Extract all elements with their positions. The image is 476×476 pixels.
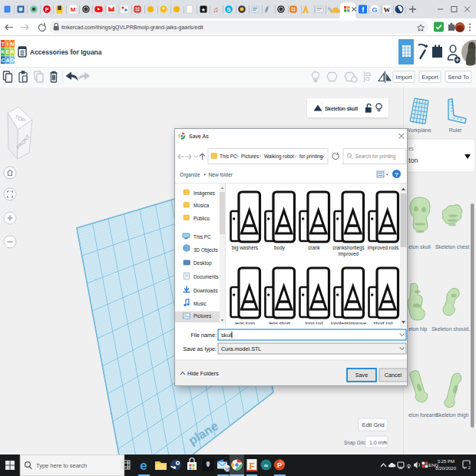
svg-text:Ruler: Ruler: [449, 127, 462, 133]
svg-text:♫: ♫: [213, 5, 219, 14]
svg-text:skull: skull: [221, 332, 233, 339]
svg-text:Skeleton skull: Skeleton skull: [325, 106, 358, 111]
svg-text:Send To: Send To: [448, 74, 468, 81]
svg-text:Cura.model.STL: Cura.model.STL: [221, 345, 261, 352]
svg-text:Accessories for Iguana: Accessories for Iguana: [30, 48, 102, 56]
svg-text:Público: Público: [193, 216, 210, 221]
svg-text:Import: Import: [395, 74, 412, 81]
svg-text:Skeleton chest: Skeleton chest: [435, 244, 470, 250]
svg-text:Música: Música: [193, 203, 210, 208]
svg-text:★: ★: [201, 7, 206, 12]
svg-text:tinkercad.com/things/gQVLPRBmo: tinkercad.com/things/gQVLPRBmoip-grand-j…: [61, 25, 203, 31]
svg-text:Type here to search: Type here to search: [36, 462, 87, 469]
svg-text:improved rods: improved rods: [368, 245, 399, 251]
svg-text:body: body: [274, 245, 286, 251]
svg-text:›: ›: [295, 154, 296, 159]
svg-text:improved: improved: [339, 251, 359, 257]
svg-text:Save As: Save As: [189, 134, 209, 139]
svg-text:eton forearm: eton forearm: [408, 412, 438, 418]
svg-text:crankshortlegs: crankshortlegs: [332, 245, 365, 251]
svg-text:Hide Folders: Hide Folders: [187, 370, 219, 377]
svg-text:New folder: New folder: [209, 172, 233, 177]
svg-text:Workplane: Workplane: [405, 127, 431, 134]
svg-text:e: e: [140, 458, 147, 473]
svg-text:Edit Grid: Edit Grid: [362, 421, 384, 428]
svg-text:∞: ∞: [264, 462, 268, 469]
svg-text:This PC: This PC: [220, 154, 237, 159]
svg-text:P: P: [45, 7, 49, 12]
svg-text:Music: Music: [193, 301, 207, 306]
svg-text:W: W: [384, 6, 391, 14]
svg-text:Pictures: Pictures: [193, 313, 211, 319]
svg-text:Save as type:: Save as type:: [183, 345, 217, 352]
svg-text:big washers: big washers: [232, 245, 258, 251]
svg-text:C: C: [1, 58, 5, 63]
svg-text:Pictures: Pictures: [241, 154, 259, 159]
svg-text:Walking robot: Walking robot: [264, 154, 294, 160]
svg-text:Documents: Documents: [193, 274, 218, 279]
svg-text:crank: crank: [308, 245, 320, 250]
svg-text:Cancel: Cancel: [385, 372, 402, 378]
svg-text:›: ›: [236, 154, 238, 159]
svg-text:This PC: This PC: [193, 234, 211, 240]
svg-text:N: N: [11, 41, 15, 47]
svg-text:16: 16: [225, 467, 230, 471]
svg-text:Snap Grid: Snap Grid: [344, 440, 366, 446]
svg-text:T: T: [2, 41, 5, 47]
svg-text:P: P: [277, 461, 282, 469]
svg-text:D: D: [11, 58, 15, 63]
svg-text:3D Objects: 3D Objects: [193, 247, 218, 253]
svg-text:Save: Save: [355, 372, 368, 378]
svg-text:I: I: [7, 41, 8, 47]
svg-text:Downloads: Downloads: [193, 288, 218, 293]
svg-text:R: R: [11, 49, 15, 55]
svg-text:Search for printing: Search for printing: [355, 154, 396, 160]
svg-text:F: F: [250, 461, 255, 471]
svg-text:es: es: [408, 146, 415, 151]
svg-text:›: ›: [259, 154, 261, 159]
svg-text:M: M: [71, 6, 76, 13]
svg-text:for printing: for printing: [299, 154, 323, 160]
svg-text:3:25 PM: 3:25 PM: [438, 459, 455, 464]
svg-text:8/20/2020: 8/20/2020: [435, 466, 456, 471]
svg-text:S: S: [226, 6, 230, 13]
svg-text:eton skull: eton skull: [408, 244, 431, 250]
svg-text:Export: Export: [421, 74, 439, 81]
svg-text:eton hip: eton hip: [408, 326, 427, 332]
svg-text:Organize: Organize: [180, 172, 200, 178]
svg-text:G: G: [372, 5, 377, 14]
svg-text:Skeleton should...: Skeleton should...: [431, 326, 473, 332]
svg-text:ton: ton: [408, 157, 418, 164]
svg-text:A: A: [6, 58, 10, 63]
svg-text:?: ?: [395, 171, 398, 178]
svg-text:Skeleton thigh: Skeleton thigh: [435, 412, 468, 418]
svg-text:Imágenes: Imágenes: [193, 190, 215, 197]
svg-text:E: E: [6, 49, 10, 55]
svg-text:File name:: File name:: [190, 332, 217, 339]
svg-text:K: K: [1, 49, 5, 55]
svg-text:Desktop: Desktop: [193, 260, 212, 266]
